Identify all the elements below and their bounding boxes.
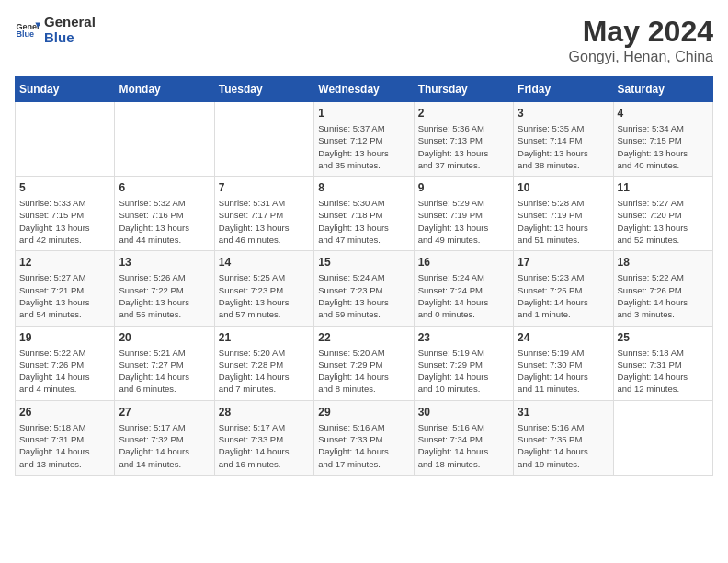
day-cell [214, 102, 313, 177]
day-cell: 7Sunrise: 5:31 AMSunset: 7:17 PMDaylight… [214, 177, 313, 251]
day-number: 11 [618, 181, 709, 194]
day-detail: Sunrise: 5:36 AMSunset: 7:13 PMDaylight:… [418, 122, 509, 171]
day-cell: 2Sunrise: 5:36 AMSunset: 7:13 PMDaylight… [414, 102, 513, 177]
day-detail: Sunrise: 5:37 AMSunset: 7:12 PMDaylight:… [318, 122, 409, 171]
logo: General Blue General Blue [15, 15, 96, 45]
day-number: 31 [518, 406, 609, 419]
day-cell: 21Sunrise: 5:20 AMSunset: 7:28 PMDayligh… [214, 326, 313, 400]
day-detail: Sunrise: 5:24 AMSunset: 7:23 PMDaylight:… [318, 271, 409, 320]
day-detail: Sunrise: 5:19 AMSunset: 7:30 PMDaylight:… [518, 347, 609, 396]
day-number: 3 [518, 107, 609, 120]
day-cell: 23Sunrise: 5:19 AMSunset: 7:29 PMDayligh… [414, 326, 513, 400]
column-header-sunday: Sunday [16, 77, 115, 102]
day-cell: 5Sunrise: 5:33 AMSunset: 7:15 PMDaylight… [16, 177, 115, 251]
day-cell: 29Sunrise: 5:16 AMSunset: 7:33 PMDayligh… [314, 400, 414, 475]
day-cell: 1Sunrise: 5:37 AMSunset: 7:12 PMDaylight… [314, 102, 414, 177]
day-detail: Sunrise: 5:17 AMSunset: 7:32 PMDaylight:… [119, 421, 210, 470]
header-row: SundayMondayTuesdayWednesdayThursdayFrid… [16, 77, 713, 102]
logo-icon: General Blue [15, 17, 40, 43]
day-cell: 25Sunrise: 5:18 AMSunset: 7:31 PMDayligh… [613, 326, 712, 400]
day-number: 25 [618, 331, 709, 344]
column-header-friday: Friday [514, 77, 613, 102]
day-detail: Sunrise: 5:18 AMSunset: 7:31 PMDaylight:… [618, 347, 709, 396]
day-detail: Sunrise: 5:18 AMSunset: 7:31 PMDaylight:… [19, 421, 110, 470]
calendar-body: 1Sunrise: 5:37 AMSunset: 7:12 PMDaylight… [16, 102, 713, 476]
day-number: 24 [518, 331, 609, 344]
day-detail: Sunrise: 5:24 AMSunset: 7:24 PMDaylight:… [418, 271, 509, 320]
day-number: 15 [318, 256, 409, 269]
day-number: 20 [119, 331, 210, 344]
day-number: 5 [19, 181, 110, 194]
column-header-thursday: Thursday [414, 77, 513, 102]
day-detail: Sunrise: 5:35 AMSunset: 7:14 PMDaylight:… [518, 122, 609, 171]
day-cell: 19Sunrise: 5:22 AMSunset: 7:26 PMDayligh… [16, 326, 115, 400]
day-detail: Sunrise: 5:22 AMSunset: 7:26 PMDaylight:… [618, 271, 709, 320]
day-number: 16 [418, 256, 509, 269]
day-detail: Sunrise: 5:21 AMSunset: 7:27 PMDaylight:… [119, 347, 210, 396]
day-number: 28 [219, 406, 310, 419]
logo-general-text: General [44, 15, 96, 30]
day-cell: 13Sunrise: 5:26 AMSunset: 7:22 PMDayligh… [115, 251, 214, 326]
day-cell: 28Sunrise: 5:17 AMSunset: 7:33 PMDayligh… [214, 400, 313, 475]
day-detail: Sunrise: 5:34 AMSunset: 7:15 PMDaylight:… [618, 122, 709, 171]
column-header-tuesday: Tuesday [214, 77, 313, 102]
week-row-2: 5Sunrise: 5:33 AMSunset: 7:15 PMDaylight… [16, 177, 713, 251]
day-cell: 31Sunrise: 5:16 AMSunset: 7:35 PMDayligh… [514, 400, 613, 475]
day-detail: Sunrise: 5:27 AMSunset: 7:21 PMDaylight:… [19, 271, 110, 320]
day-detail: Sunrise: 5:19 AMSunset: 7:29 PMDaylight:… [418, 347, 509, 396]
day-number: 30 [418, 406, 509, 419]
day-detail: Sunrise: 5:28 AMSunset: 7:19 PMDaylight:… [518, 197, 609, 246]
logo-blue-text: Blue [44, 30, 96, 46]
day-number: 6 [119, 181, 210, 194]
page-header: General Blue General Blue May 2024 Gongy… [15, 15, 713, 65]
day-cell: 20Sunrise: 5:21 AMSunset: 7:27 PMDayligh… [115, 326, 214, 400]
day-cell: 6Sunrise: 5:32 AMSunset: 7:16 PMDaylight… [115, 177, 214, 251]
day-cell: 17Sunrise: 5:23 AMSunset: 7:25 PMDayligh… [514, 251, 613, 326]
day-number: 19 [19, 331, 110, 344]
day-detail: Sunrise: 5:20 AMSunset: 7:29 PMDaylight:… [318, 347, 409, 396]
day-detail: Sunrise: 5:23 AMSunset: 7:25 PMDaylight:… [518, 271, 609, 320]
day-detail: Sunrise: 5:16 AMSunset: 7:35 PMDaylight:… [518, 421, 609, 470]
day-cell: 15Sunrise: 5:24 AMSunset: 7:23 PMDayligh… [314, 251, 414, 326]
day-cell: 11Sunrise: 5:27 AMSunset: 7:20 PMDayligh… [613, 177, 712, 251]
day-number: 13 [119, 256, 210, 269]
week-row-1: 1Sunrise: 5:37 AMSunset: 7:12 PMDaylight… [16, 102, 713, 177]
calendar-table: SundayMondayTuesdayWednesdayThursdayFrid… [15, 76, 713, 476]
day-detail: Sunrise: 5:30 AMSunset: 7:18 PMDaylight:… [318, 197, 409, 246]
day-detail: Sunrise: 5:31 AMSunset: 7:17 PMDaylight:… [219, 197, 310, 246]
day-number: 14 [219, 256, 310, 269]
calendar-header: SundayMondayTuesdayWednesdayThursdayFrid… [16, 77, 713, 102]
day-detail: Sunrise: 5:27 AMSunset: 7:20 PMDaylight:… [618, 197, 709, 246]
day-number: 29 [318, 406, 409, 419]
day-detail: Sunrise: 5:16 AMSunset: 7:34 PMDaylight:… [418, 421, 509, 470]
day-cell: 16Sunrise: 5:24 AMSunset: 7:24 PMDayligh… [414, 251, 513, 326]
day-cell: 3Sunrise: 5:35 AMSunset: 7:14 PMDaylight… [514, 102, 613, 177]
day-detail: Sunrise: 5:20 AMSunset: 7:28 PMDaylight:… [219, 347, 310, 396]
day-cell: 30Sunrise: 5:16 AMSunset: 7:34 PMDayligh… [414, 400, 513, 475]
day-number: 23 [418, 331, 509, 344]
day-detail: Sunrise: 5:26 AMSunset: 7:22 PMDaylight:… [119, 271, 210, 320]
day-cell: 24Sunrise: 5:19 AMSunset: 7:30 PMDayligh… [514, 326, 613, 400]
day-number: 8 [318, 181, 409, 194]
day-cell [16, 102, 115, 177]
day-detail: Sunrise: 5:29 AMSunset: 7:19 PMDaylight:… [418, 197, 509, 246]
day-number: 9 [418, 181, 509, 194]
day-cell: 18Sunrise: 5:22 AMSunset: 7:26 PMDayligh… [613, 251, 712, 326]
day-cell: 12Sunrise: 5:27 AMSunset: 7:21 PMDayligh… [16, 251, 115, 326]
day-number: 27 [119, 406, 210, 419]
day-cell: 22Sunrise: 5:20 AMSunset: 7:29 PMDayligh… [314, 326, 414, 400]
day-number: 26 [19, 406, 110, 419]
subtitle: Gongyi, Henan, China [569, 49, 713, 65]
week-row-3: 12Sunrise: 5:27 AMSunset: 7:21 PMDayligh… [16, 251, 713, 326]
day-detail: Sunrise: 5:22 AMSunset: 7:26 PMDaylight:… [19, 347, 110, 396]
day-cell: 14Sunrise: 5:25 AMSunset: 7:23 PMDayligh… [214, 251, 313, 326]
column-header-monday: Monday [115, 77, 214, 102]
day-detail: Sunrise: 5:25 AMSunset: 7:23 PMDaylight:… [219, 271, 310, 320]
day-detail: Sunrise: 5:17 AMSunset: 7:33 PMDaylight:… [219, 421, 310, 470]
day-cell: 9Sunrise: 5:29 AMSunset: 7:19 PMDaylight… [414, 177, 513, 251]
day-number: 12 [19, 256, 110, 269]
day-number: 7 [219, 181, 310, 194]
day-number: 4 [618, 107, 709, 120]
day-number: 22 [318, 331, 409, 344]
column-header-wednesday: Wednesday [314, 77, 414, 102]
